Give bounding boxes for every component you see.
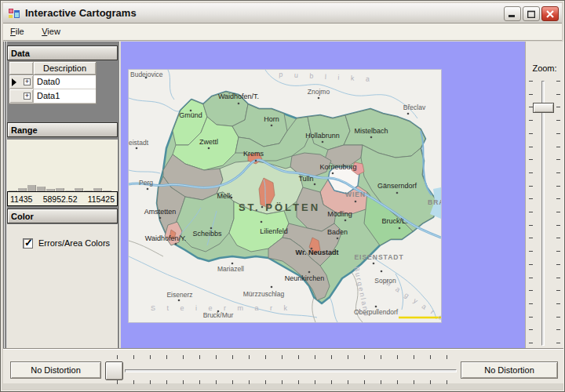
svg-text:Krems: Krems	[243, 150, 264, 158]
distortion-slider-track[interactable]	[125, 369, 457, 372]
svg-text:Perg: Perg	[139, 179, 153, 187]
svg-text:Wr. Neustadt: Wr. Neustadt	[296, 249, 339, 256]
data-grid: Description Data0 Data1	[9, 61, 97, 104]
menu-file[interactable]: File	[3, 24, 31, 41]
svg-text:Břeclav: Břeclav	[403, 103, 426, 111]
color-section-body: Errors/Area Colors	[7, 224, 118, 348]
data-section-header: Data	[7, 45, 118, 60]
no-distortion-right-button[interactable]: No Distortion	[461, 361, 558, 379]
zoom-slider-thumb[interactable]	[533, 103, 554, 113]
range-histogram[interactable]	[7, 140, 118, 191]
minimize-icon	[508, 10, 516, 17]
svg-text:Mistelbach: Mistelbach	[354, 127, 388, 135]
row-header	[9, 89, 34, 103]
svg-text:Melk: Melk	[217, 192, 232, 200]
close-icon	[546, 10, 554, 18]
maximize-icon	[527, 10, 535, 18]
expand-plus-icon[interactable]	[24, 78, 31, 85]
errors-area-colors-checkbox[interactable]	[23, 238, 33, 249]
svg-text:Amstetten: Amstetten	[144, 208, 177, 216]
svg-text:EISENSTADT: EISENSTADT	[354, 253, 403, 261]
table-row[interactable]: Data1	[9, 89, 96, 103]
app-window: Interactive Cartograms File View Data De…	[0, 0, 565, 392]
distortion-slider-ticks-top	[117, 355, 450, 359]
svg-text:Gmünd: Gmünd	[179, 111, 202, 119]
grid-cell[interactable]: Data0	[34, 75, 96, 89]
minimize-button[interactable]	[504, 6, 521, 21]
svg-text:Budejovice: Budejovice	[130, 71, 163, 78]
distortion-slider-ticks-bottom	[117, 380, 450, 384]
map-viewport[interactable]: p u b l i k a S t e i e r m a r k Burgen…	[121, 42, 525, 348]
menu-view[interactable]: View	[35, 24, 67, 41]
zoom-slider-ticks-right	[556, 81, 560, 347]
svg-text:Znojmo: Znojmo	[308, 88, 330, 96]
grid-corner-cell	[9, 62, 34, 74]
no-distortion-left-button[interactable]: No Distortion	[10, 361, 101, 379]
range-section-header: Range	[7, 122, 118, 137]
current-row-arrow-icon	[12, 78, 16, 86]
range-values: 11435 58952.52 115425	[7, 191, 118, 206]
svg-text:Mödling: Mödling	[327, 210, 352, 218]
svg-text:Eisenerz: Eisenerz	[166, 291, 192, 299]
range-mid: 58952.52	[43, 194, 78, 205]
row-header	[9, 75, 34, 89]
svg-text:Waidhofen/T.: Waidhofen/T.	[218, 93, 259, 100]
svg-text:ST. PÖLTEN: ST. PÖLTEN	[239, 201, 320, 213]
color-section-header: Color	[7, 209, 118, 223]
svg-text:Tulln: Tulln	[298, 175, 313, 183]
svg-text:Waidhofen/Y.: Waidhofen/Y.	[145, 234, 187, 242]
range-max: 115425	[88, 194, 115, 205]
errors-area-colors-label: Errors/Area Colors	[38, 238, 110, 248]
grid-cell[interactable]: Data1	[34, 89, 96, 103]
svg-text:Bruck/L.: Bruck/L.	[381, 217, 407, 225]
svg-text:Scheibbs: Scheibbs	[192, 230, 222, 238]
svg-text:Mürzzuschlag: Mürzzuschlag	[243, 290, 285, 298]
close-button[interactable]	[541, 6, 559, 21]
svg-text:Baden: Baden	[327, 228, 348, 236]
app-icon	[8, 7, 20, 20]
svg-text:Zwettl: Zwettl	[199, 138, 218, 146]
left-panel: Data Description Data0 Data1 Range	[3, 42, 120, 348]
bottom-bar: No Distortion No Distortion	[3, 348, 563, 383]
svg-text:eistadt: eistadt	[129, 139, 149, 147]
svg-text:Korneuburg: Korneuburg	[319, 163, 356, 171]
window-title: Interactive Cartograms	[25, 3, 137, 23]
title-bar[interactable]: Interactive Cartograms	[3, 3, 562, 24]
svg-text:Sopron: Sopron	[374, 277, 396, 285]
table-row[interactable]: Data0	[9, 75, 96, 89]
svg-text:Neunkirchen: Neunkirchen	[285, 274, 325, 282]
svg-text:Hollabrunn: Hollabrunn	[305, 132, 340, 140]
svg-text:Mariazell: Mariazell	[217, 265, 244, 273]
cartogram-map[interactable]: p u b l i k a S t e i e r m a r k Burgen…	[129, 70, 441, 322]
zoom-panel: Zoom:	[525, 42, 563, 348]
data-grid-header-row: Description	[9, 62, 96, 75]
svg-text:Horn: Horn	[264, 115, 279, 123]
zoom-slider-track[interactable]	[541, 81, 545, 346]
svg-text:Oberpullendorf: Oberpullendorf	[354, 308, 399, 316]
svg-text:Bruck/Mur: Bruck/Mur	[203, 311, 234, 319]
range-min: 11435	[10, 194, 32, 205]
expand-plus-icon[interactable]	[24, 93, 31, 100]
menu-bar: File View	[3, 24, 562, 41]
svg-text:WIEN: WIEN	[345, 191, 366, 198]
distortion-slider-thumb[interactable]	[105, 361, 123, 380]
grid-column-header: Description	[34, 62, 96, 74]
svg-text:Gänserndorf: Gänserndorf	[377, 182, 417, 190]
zoom-slider-ticks-left	[529, 81, 533, 347]
maximize-button[interactable]	[523, 6, 540, 21]
zoom-label: Zoom:	[526, 64, 563, 73]
svg-text:BRA: BRA	[428, 198, 441, 206]
svg-text:Lilienfeld: Lilienfeld	[260, 227, 288, 235]
